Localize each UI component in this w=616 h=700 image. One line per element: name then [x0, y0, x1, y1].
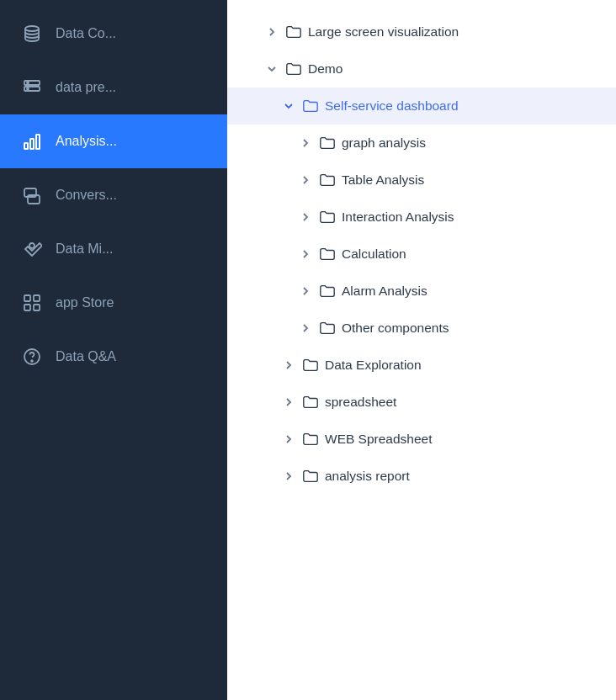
sidebar-label-data-pre: data pre... — [56, 80, 116, 95]
folder-icon-alarm — [318, 282, 337, 300]
tree-label-calculation: Calculation — [342, 247, 599, 262]
chevron-right-icon-other — [298, 321, 313, 336]
tree-item-other-components[interactable]: Other components — [227, 310, 616, 347]
tree-item-large-screen[interactable]: Large screen visualization — [227, 13, 616, 50]
svg-rect-12 — [34, 295, 40, 301]
main-content: Large screen visualization Demo Self-ser… — [227, 0, 616, 700]
database-icon — [20, 22, 44, 45]
tree-item-web-spreadsheet[interactable]: WEB Spreadsheet — [227, 421, 616, 458]
bar-chart-icon — [20, 130, 44, 153]
mining-icon — [20, 237, 44, 261]
tree-label-interaction-analysis: Interaction Analysis — [342, 209, 599, 225]
sidebar-item-analysis[interactable]: Analysis... — [0, 114, 227, 168]
tree-item-interaction-analysis[interactable]: Interaction Analysis — [227, 199, 616, 236]
chevron-down-icon-selected — [281, 98, 296, 114]
tree-item-table-analysis[interactable]: Table Analysis — [227, 162, 616, 199]
svg-point-4 — [27, 88, 29, 90]
tree-item-spreadsheet[interactable]: spreadsheet — [227, 384, 616, 421]
svg-rect-7 — [36, 135, 40, 149]
tree-label-spreadsheet: spreadsheet — [325, 395, 599, 410]
chevron-right-icon-data-exploration — [281, 358, 296, 373]
folder-icon-spreadsheet — [301, 393, 320, 411]
svg-rect-5 — [24, 143, 28, 149]
svg-rect-11 — [24, 295, 30, 301]
chevron-right-icon-web-spreadsheet — [281, 432, 296, 447]
help-icon — [20, 345, 44, 369]
sidebar-label-analysis: Analysis... — [56, 134, 117, 149]
conversation-icon — [20, 183, 44, 207]
folder-icon-table — [318, 171, 337, 189]
sidebar-label-data-mi: Data Mi... — [56, 241, 113, 257]
sidebar-item-data-mi[interactable]: Data Mi... — [0, 222, 227, 276]
tree-item-data-exploration[interactable]: Data Exploration — [227, 347, 616, 384]
sidebar-item-data-pre[interactable]: data pre... — [0, 61, 227, 114]
folder-icon-interaction — [318, 208, 337, 226]
tree-label-alarm-analysis: Alarm Analysis — [342, 284, 599, 299]
svg-point-16 — [31, 360, 33, 362]
svg-rect-14 — [34, 305, 40, 310]
chevron-right-icon-alarm — [298, 284, 313, 299]
svg-point-0 — [25, 26, 39, 31]
chevron-right-icon-calculation — [298, 247, 313, 262]
folder-icon-other — [318, 319, 337, 337]
chevron-right-icon-graph — [298, 135, 313, 151]
sidebar: Data Co... data pre... Analysis... — [0, 0, 227, 700]
sidebar-label-app-store: app Store — [56, 295, 114, 310]
tree-label-self-service: Self-service dashboard — [325, 98, 599, 114]
server-icon — [20, 76, 44, 99]
tree-label-large-screen: Large screen visualization — [308, 24, 599, 40]
chevron-down-icon — [264, 61, 279, 77]
tree-label-graph-analysis: graph analysis — [342, 135, 599, 151]
tree-label-other-components: Other components — [342, 321, 599, 336]
folder-icon-calculation — [318, 245, 337, 263]
tree-label-analysis-report: analysis report — [325, 469, 599, 484]
tree-item-demo[interactable]: Demo — [227, 50, 616, 88]
sidebar-label-convers: Convers... — [56, 188, 117, 203]
tree-item-graph-analysis[interactable]: graph analysis — [227, 125, 616, 162]
chevron-right-icon-interaction — [298, 209, 313, 225]
tree-item-alarm-analysis[interactable]: Alarm Analysis — [227, 273, 616, 310]
chevron-right-icon-spreadsheet — [281, 395, 296, 410]
tree-label-web-spreadsheet: WEB Spreadsheet — [325, 432, 599, 447]
tree-item-analysis-report[interactable]: analysis report — [227, 458, 616, 495]
tree-item-self-service[interactable]: Self-service dashboard — [227, 88, 616, 125]
chevron-right-icon-analysis-report — [281, 469, 296, 484]
tree-label-table-analysis: Table Analysis — [342, 172, 599, 188]
sidebar-label-data-co: Data Co... — [56, 26, 116, 41]
folder-icon-demo — [284, 60, 303, 78]
sidebar-label-data-qa: Data Q&A — [56, 349, 116, 364]
tree-label-demo: Demo — [308, 61, 599, 77]
sidebar-item-data-co[interactable]: Data Co... — [0, 7, 227, 61]
svg-point-3 — [27, 82, 29, 84]
folder-icon-graph — [318, 134, 337, 152]
folder-icon-analysis-report — [301, 467, 320, 485]
tree-label-data-exploration: Data Exploration — [325, 358, 599, 373]
folder-icon — [284, 23, 303, 41]
apps-icon — [20, 291, 44, 315]
folder-icon-web-spreadsheet — [301, 430, 320, 448]
svg-rect-6 — [30, 139, 34, 149]
svg-rect-13 — [24, 305, 30, 310]
folder-icon-data-exploration — [301, 356, 320, 374]
chevron-right-icon-table — [298, 172, 313, 188]
folder-icon-self-service — [301, 97, 320, 115]
sidebar-item-app-store[interactable]: app Store — [0, 276, 227, 330]
svg-point-10 — [29, 243, 35, 248]
tree-item-calculation[interactable]: Calculation — [227, 236, 616, 273]
sidebar-item-convers[interactable]: Convers... — [0, 168, 227, 222]
sidebar-item-data-qa[interactable]: Data Q&A — [0, 330, 227, 384]
chevron-right-icon — [264, 24, 279, 40]
